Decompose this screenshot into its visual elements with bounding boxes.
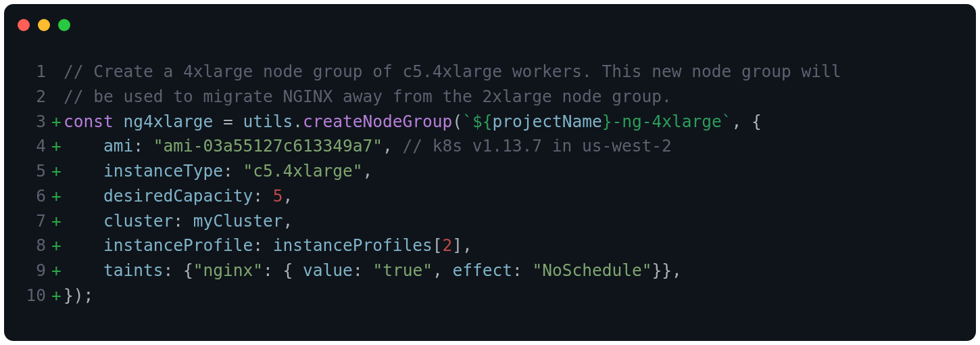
string: "NoSchedule" bbox=[532, 260, 652, 280]
line-number: 9 bbox=[8, 258, 51, 283]
line-number: 7 bbox=[8, 209, 51, 234]
diff-marker bbox=[51, 85, 64, 110]
string: "c5.4xlarge" bbox=[243, 161, 363, 181]
diff-marker: + bbox=[51, 159, 64, 184]
diff-marker: + bbox=[51, 110, 64, 135]
code-line: 10 + }); bbox=[8, 283, 962, 308]
line-number: 2 bbox=[8, 85, 51, 110]
code-line: 2 // be used to migrate NGINX away from … bbox=[8, 85, 962, 110]
line-number: 10 bbox=[8, 283, 51, 308]
property: cluster bbox=[103, 211, 173, 231]
diff-marker: + bbox=[51, 209, 64, 234]
code-line: 5 + instanceType: "c5.4xlarge", bbox=[8, 159, 962, 184]
diff-marker: + bbox=[51, 258, 64, 283]
comment: // Create a 4xlarge node group of c5.4xl… bbox=[64, 62, 841, 81]
terminal-window: 1 // Create a 4xlarge node group of c5.4… bbox=[4, 4, 976, 341]
function-call: createNodeGroup bbox=[303, 112, 452, 131]
line-number: 3 bbox=[8, 110, 51, 135]
line-number: 5 bbox=[8, 159, 51, 184]
string: "nginx" bbox=[193, 260, 263, 280]
close-icon[interactable] bbox=[18, 19, 30, 31]
code-area: 1 // Create a 4xlarge node group of c5.4… bbox=[4, 37, 976, 315]
line-number: 1 bbox=[8, 60, 51, 85]
property: instanceType bbox=[103, 161, 223, 181]
diff-marker: + bbox=[51, 283, 64, 308]
identifier: myCluster bbox=[193, 211, 283, 231]
identifier: utils bbox=[243, 112, 293, 131]
number: 2 bbox=[443, 235, 453, 255]
code-line: 9 + taints: {"nginx": { value: "true", e… bbox=[8, 258, 962, 283]
code-line: 7 + cluster: myCluster, bbox=[8, 209, 962, 234]
code-line: 4 + ami: "ami-03a55127c613349a7", // k8s… bbox=[8, 134, 962, 159]
window-titlebar bbox=[4, 11, 976, 37]
string: "ami-03a55127c613349a7" bbox=[153, 136, 383, 156]
minimize-icon[interactable] bbox=[38, 19, 50, 31]
diff-marker: + bbox=[51, 184, 64, 209]
comment: // k8s v1.13.7 in us-west-2 bbox=[393, 136, 672, 156]
string: -ng-4xlarge bbox=[612, 112, 721, 131]
property: desiredCapacity bbox=[103, 186, 253, 206]
comment: // be used to migrate NGINX away from th… bbox=[64, 87, 672, 106]
property: ami bbox=[103, 136, 133, 156]
keyword: const bbox=[64, 112, 114, 131]
string: "true" bbox=[372, 260, 433, 280]
line-number: 6 bbox=[8, 184, 51, 209]
line-number: 8 bbox=[8, 233, 51, 258]
code-line: 1 // Create a 4xlarge node group of c5.4… bbox=[8, 60, 962, 85]
code-line: 6 + desiredCapacity: 5, bbox=[8, 184, 962, 209]
property: instanceProfile bbox=[103, 235, 253, 255]
diff-marker: + bbox=[51, 134, 64, 159]
property: value bbox=[303, 260, 353, 280]
identifier: ng4xlarge bbox=[124, 112, 214, 131]
line-number: 4 bbox=[8, 134, 51, 159]
number: 5 bbox=[273, 186, 283, 206]
property: taints bbox=[103, 260, 164, 280]
code-line: 3 + const ng4xlarge = utils.createNodeGr… bbox=[8, 110, 962, 135]
code-line: 8 + instanceProfile: instanceProfiles[2]… bbox=[8, 233, 962, 258]
property: effect bbox=[452, 260, 512, 280]
diff-marker bbox=[51, 60, 64, 85]
zoom-icon[interactable] bbox=[58, 19, 70, 31]
diff-marker: + bbox=[51, 233, 64, 258]
identifier: instanceProfiles bbox=[273, 235, 433, 255]
identifier: projectName bbox=[492, 112, 602, 131]
